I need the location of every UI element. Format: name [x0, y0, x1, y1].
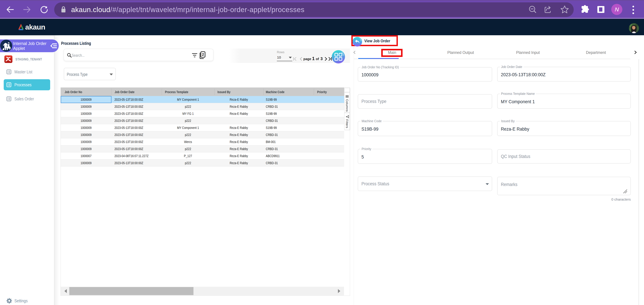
svg-text:2: 2 [202, 52, 204, 56]
